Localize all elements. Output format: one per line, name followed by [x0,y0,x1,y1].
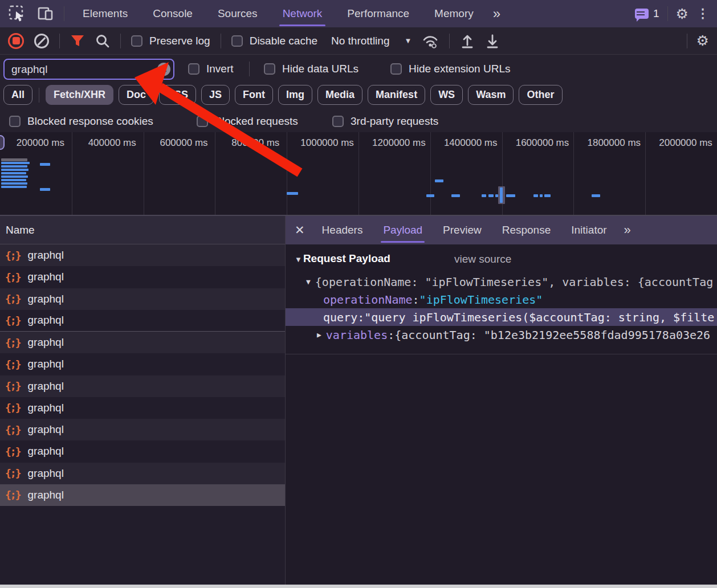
detail-tab-response[interactable]: Response [502,216,551,244]
payload-value: {accountTag: "b12e3b2192ee5588fdad995178… [394,328,710,342]
search-icon[interactable] [95,34,110,48]
expanded-arrow-icon[interactable]: ▼ [306,277,311,286]
payload-root-row[interactable]: ▼{operationName: "ipFlowTimeseries", var… [286,273,717,291]
request-row[interactable]: {;}graphql [0,375,285,397]
request-row[interactable]: {;}graphql [0,310,285,332]
request-row[interactable]: {;}graphql [0,419,285,440]
json-request-icon: {;} [5,380,21,392]
invert-label: Invert [206,63,234,75]
tab-memory[interactable]: Memory [434,0,474,27]
timeline-scroll-handle[interactable] [0,135,5,150]
chip-font[interactable]: Font [235,85,273,105]
chip-other[interactable]: Other [519,85,562,105]
request-name: graphql [28,380,64,393]
hide-data-urls-checkbox[interactable] [264,63,275,75]
invert-checkbox[interactable] [188,63,199,75]
request-row[interactable]: {;}graphql [0,266,285,288]
preserve-log-checkbox[interactable] [131,35,142,47]
tab-performance[interactable]: Performance [347,0,409,27]
requests-pane: Name {;}graphql{;}graphql{;}graphql{;}gr… [0,216,286,585]
request-row[interactable]: {;}graphql [0,288,285,310]
details-tab-bar: ✕ HeadersPayloadPreviewResponseInitiator… [286,216,717,244]
payload-row-query[interactable]: query: "query ipFlowTimeseries($accountT… [286,308,717,326]
disable-cache-label: Disable cache [250,35,317,47]
request-row[interactable]: {;}graphql [0,353,285,375]
chip-img[interactable]: Img [278,85,312,105]
request-row[interactable]: {;}graphql [0,244,285,266]
network-toolbar: Preserve log Disable cache No throttling… [0,27,717,55]
view-source-link[interactable]: view source [454,253,511,266]
panel-tabs: ElementsConsoleSourcesNetworkPerformance… [83,0,474,27]
detail-tab-payload[interactable]: Payload [383,216,422,244]
payload-row-operationName[interactable]: operationName: "ipFlowTimeseries" [286,291,717,308]
hide-extension-urls-label: Hide extension URLs [409,63,510,75]
more-detail-tabs-icon[interactable]: » [624,223,630,238]
filter-input[interactable] [3,59,174,80]
blocked-response-cookies-checkbox[interactable] [9,116,21,127]
network-conditions-icon[interactable] [422,33,439,49]
request-row[interactable]: {;}graphql [0,440,285,462]
network-settings-gear-icon[interactable]: ⚙ [696,34,709,48]
clear-network-log-button[interactable] [34,34,49,48]
divider [59,34,60,48]
collapsed-arrow-icon[interactable]: ▶ [317,330,321,339]
json-request-icon: {;} [5,358,21,370]
record-network-log-button[interactable] [8,33,24,49]
network-overview-timeline[interactable]: 200000 ms400000 ms600000 ms800000 ms1000… [0,132,717,216]
more-panels-icon[interactable]: » [493,6,499,22]
chip-css[interactable]: CSS [159,85,196,105]
detail-tab-preview[interactable]: Preview [443,216,482,244]
section-collapse-icon[interactable]: ▼ [295,255,302,264]
throttling-select[interactable]: No throttling ▼ [331,35,412,47]
chip-all[interactable]: All [3,85,32,105]
chip-fetch-xhr[interactable]: Fetch/XHR [46,85,113,105]
divider [286,354,717,354]
timeline-tick-label: 600000 ms [160,137,207,149]
hide-extension-urls-checkbox[interactable] [390,63,402,75]
chip-doc[interactable]: Doc [119,85,154,105]
blocked-requests-checkbox[interactable] [197,116,208,127]
close-details-icon[interactable]: ✕ [295,223,305,237]
json-request-icon: {;} [5,271,21,283]
request-row[interactable]: {;}graphql [0,463,285,484]
payload-key: variables [326,328,388,342]
timeline-tick-label: 200000 ms [17,137,64,149]
request-name: graphql [28,336,64,349]
chip-ws[interactable]: WS [430,85,463,105]
tab-network[interactable]: Network [283,0,323,27]
chip-wasm[interactable]: Wasm [468,85,514,105]
more-options-icon[interactable]: ⋮ [696,7,709,20]
tab-sources[interactable]: Sources [218,0,258,27]
third-party-requests-checkbox[interactable] [332,116,344,127]
issues-button[interactable]: 1 [635,7,659,20]
chip-js[interactable]: JS [201,85,230,105]
device-toolbar-icon[interactable] [36,5,55,23]
chip-manifest[interactable]: Manifest [368,85,425,105]
chip-media[interactable]: Media [317,85,362,105]
tab-elements[interactable]: Elements [83,0,128,27]
payload-row-variables[interactable]: ▶variables: {accountTag: "b12e3b2192ee55… [286,326,717,344]
name-column-header[interactable]: Name [0,216,285,244]
filter-funnel-icon[interactable] [70,34,85,48]
request-payload-section[interactable]: ▼ Request Payload view source [295,252,390,265]
divider [249,62,250,76]
detail-tab-initiator[interactable]: Initiator [571,216,606,244]
import-har-icon[interactable] [460,33,475,49]
request-row[interactable]: {;}graphql [0,397,285,419]
clear-filter-icon[interactable]: ✕ [157,63,170,76]
inspect-element-icon[interactable] [8,5,26,23]
blocked-response-cookies-label: Blocked response cookies [27,115,153,128]
payload-preview-text: {operationName: "ipFlowTimeseries", vari… [315,275,713,289]
timeline-request-bar [544,194,551,197]
timeline-request-bar [1,169,28,171]
request-row[interactable]: {;}graphql [0,484,285,506]
disable-cache-checkbox[interactable] [231,35,243,47]
json-request-icon: {;} [5,467,21,479]
timeline-gridline [215,132,215,215]
timeline-request-bar [533,194,538,197]
settings-gear-icon[interactable]: ⚙ [676,7,689,21]
export-har-icon[interactable] [485,33,500,49]
tab-console[interactable]: Console [153,0,193,27]
detail-tab-headers[interactable]: Headers [322,216,363,244]
request-row[interactable]: {;}graphql [0,332,285,353]
